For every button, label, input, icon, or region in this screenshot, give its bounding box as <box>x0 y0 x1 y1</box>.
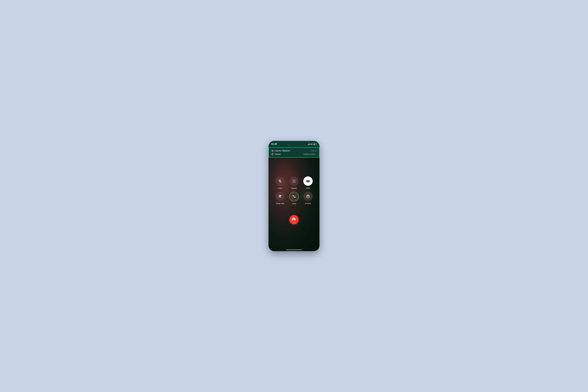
svg-point-5 <box>294 181 294 181</box>
contact1-icon: P <box>271 150 274 152</box>
controls-area: mute keypad <box>268 160 320 251</box>
signal-bars-icon <box>307 143 310 145</box>
contact2-name: P Home <box>271 153 280 156</box>
mute-icon <box>278 179 282 183</box>
swap-control[interactable]: swap <box>288 192 300 204</box>
contact1-status: HOLD <box>311 150 317 152</box>
network-label: 4G <box>310 143 312 145</box>
contacts-label: contacts <box>305 202 311 204</box>
audio-button[interactable] <box>303 176 313 186</box>
svg-point-9 <box>295 182 295 182</box>
svg-rect-15 <box>309 182 309 183</box>
contacts-icon <box>306 194 310 198</box>
contact1-name: P Lauren Madson <box>271 150 290 152</box>
svg-point-6 <box>295 181 295 181</box>
contacts-control[interactable]: contacts <box>302 192 314 204</box>
status-bar: 15:40 4G ⚡ <box>268 141 320 148</box>
svg-point-16 <box>279 195 280 196</box>
svg-point-3 <box>295 180 295 180</box>
svg-point-17 <box>281 195 281 196</box>
contact2-status: calling home... <box>303 153 317 155</box>
battery-icon: ⚡ <box>313 143 317 145</box>
call-info-bar: P Lauren Madson HOLD P Home calling home… <box>268 148 320 158</box>
controls-grid: mute keypad <box>274 176 314 204</box>
audio-label: audio <box>306 187 310 189</box>
swap-button[interactable] <box>289 192 299 201</box>
keypad-button[interactable] <box>289 176 299 186</box>
call-row-1[interactable]: P Lauren Madson HOLD <box>271 149 317 152</box>
status-icons: 4G ⚡ <box>307 143 317 145</box>
svg-point-21 <box>306 195 310 198</box>
svg-point-12 <box>307 180 308 181</box>
home-indicator <box>286 250 302 250</box>
swap-icon <box>292 195 296 198</box>
svg-point-2 <box>294 180 294 180</box>
merge-calls-icon <box>278 194 282 198</box>
svg-point-4 <box>293 181 293 181</box>
merge-calls-label: merge calls <box>276 202 284 204</box>
svg-point-7 <box>293 182 293 182</box>
swap-label: swap <box>292 203 296 204</box>
status-dot <box>308 142 309 142</box>
contacts-button[interactable] <box>303 192 313 201</box>
mute-button[interactable] <box>275 176 285 186</box>
call-row-2[interactable]: P Home calling home... <box>271 152 317 156</box>
merge-calls-control[interactable]: merge calls <box>274 192 286 204</box>
contact2-icon: P <box>271 153 274 155</box>
status-time: 15:40 <box>271 143 277 146</box>
svg-rect-14 <box>307 182 307 183</box>
keypad-icon <box>292 179 296 183</box>
svg-point-8 <box>294 182 294 182</box>
svg-point-1 <box>293 180 293 180</box>
audio-control[interactable]: audio <box>302 176 314 189</box>
end-call-button[interactable] <box>290 215 298 224</box>
audio-icon <box>305 178 310 184</box>
mute-label: mute <box>278 187 282 189</box>
end-call-icon <box>292 218 296 222</box>
merge-calls-button[interactable] <box>275 192 285 201</box>
keypad-control[interactable]: keypad <box>288 176 300 189</box>
phone-frame: 15:40 4G ⚡ P L <box>268 141 320 251</box>
svg-point-13 <box>308 180 309 181</box>
keypad-label: keypad <box>291 187 297 189</box>
mute-control[interactable]: mute <box>274 176 286 189</box>
